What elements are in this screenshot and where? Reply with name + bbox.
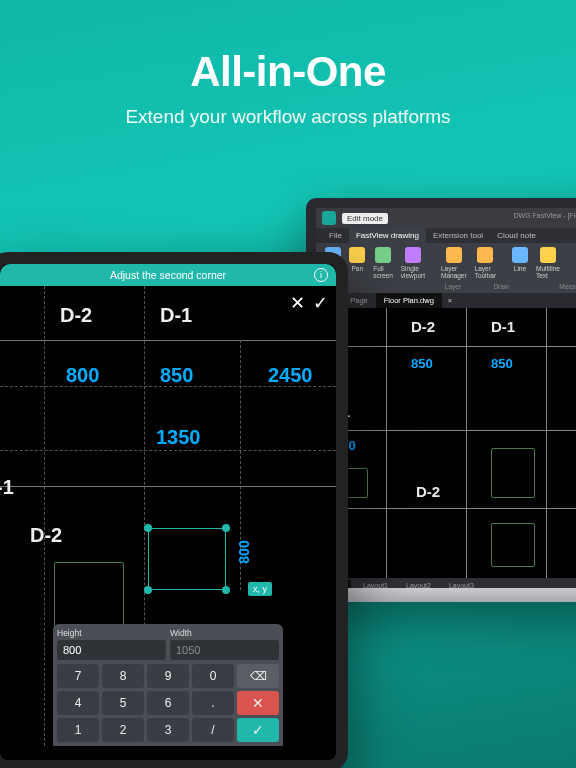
key-2[interactable]: 2 xyxy=(102,718,144,742)
ribbon-tab-extension[interactable]: Extension tool xyxy=(426,228,490,243)
key-9[interactable]: 9 xyxy=(147,664,189,688)
confirm-button[interactable]: ✓ xyxy=(313,292,328,314)
dimension-label: 850 xyxy=(160,364,193,387)
edit-mode-badge[interactable]: Edit mode xyxy=(342,213,388,224)
layer-manager-button[interactable]: Layer Manager xyxy=(438,247,470,279)
dimension-label: 800 xyxy=(236,540,252,563)
fullscreen-icon xyxy=(375,247,391,263)
key-confirm[interactable]: ✓ xyxy=(237,718,279,742)
room-label: D-2 xyxy=(60,304,92,327)
top-bar-text: Adjust the second corner xyxy=(110,269,226,281)
key-3[interactable]: 3 xyxy=(147,718,189,742)
room-label: D-2 xyxy=(411,318,435,335)
room-label: D-1 xyxy=(160,304,192,327)
room-label: D-2 xyxy=(416,483,440,500)
dimension-label: 850 xyxy=(491,356,513,371)
drag-handle[interactable] xyxy=(144,524,152,532)
key-cancel[interactable]: ✕ xyxy=(237,691,279,715)
key-1[interactable]: 1 xyxy=(57,718,99,742)
key-slash[interactable]: / xyxy=(192,718,234,742)
viewport-button[interactable]: Single viewport xyxy=(398,247,428,279)
layer-toolbar-button[interactable]: Layer Toolbar xyxy=(472,247,499,279)
dimension-label: 1350 xyxy=(156,426,201,449)
hero: All-in-One Extend your workflow across p… xyxy=(0,0,576,128)
text-icon xyxy=(540,247,556,263)
dimension-label: 2450 xyxy=(268,364,313,387)
tablet-top-bar: Adjust the second corner i xyxy=(0,264,336,286)
xy-badge[interactable]: x, y xyxy=(248,582,272,596)
app-logo-icon xyxy=(322,211,336,225)
width-value[interactable]: 1050 xyxy=(170,640,279,660)
ribbon-tab-file[interactable]: File xyxy=(322,228,349,243)
mtext-button[interactable]: Multiline Text xyxy=(533,247,563,279)
drag-handle[interactable] xyxy=(144,586,152,594)
hero-subtitle: Extend your workflow across platforms xyxy=(0,106,576,128)
tablet-cad-canvas[interactable]: D-2 D-1 -1 D-2 800 850 2450 1350 800 x, … xyxy=(0,286,336,746)
key-backspace[interactable]: ⌫ xyxy=(237,664,279,688)
furniture-outline xyxy=(54,562,124,632)
ribbon-tab-cloud[interactable]: Cloud note xyxy=(490,228,543,243)
hero-title: All-in-One xyxy=(0,48,576,96)
height-label: Height xyxy=(57,628,166,638)
layers-icon xyxy=(446,247,462,263)
key-8[interactable]: 8 xyxy=(102,664,144,688)
dimension-label: 800 xyxy=(66,364,99,387)
tablet-device: Adjust the second corner i ✕ ✓ D-2 D-1 -… xyxy=(0,252,348,768)
keypad-grid: 7 8 9 0 ⌫ 4 5 6 . ✕ 1 2 3 / ✓ xyxy=(57,664,279,742)
key-5[interactable]: 5 xyxy=(102,691,144,715)
key-6[interactable]: 6 xyxy=(147,691,189,715)
group-draw: Draw xyxy=(478,283,524,290)
selection-rect[interactable] xyxy=(148,528,226,590)
info-icon[interactable]: i xyxy=(314,268,328,282)
pan-icon xyxy=(349,247,365,263)
height-value[interactable]: 800 xyxy=(57,640,166,660)
ribbon-group-labels: Layer Draw Measure xyxy=(316,283,576,293)
height-field[interactable]: Height 800 xyxy=(57,628,166,660)
pan-button[interactable]: Pan xyxy=(346,247,368,279)
line-button[interactable]: Line xyxy=(509,247,531,279)
doc-tab-close-icon[interactable]: × xyxy=(442,293,458,308)
room-label: -1 xyxy=(0,476,14,499)
document-tabs: Startup Page Floor Plan.dwg × xyxy=(316,293,576,308)
width-label: Width xyxy=(170,628,279,638)
drag-handle[interactable] xyxy=(222,586,230,594)
laptop-cad-canvas[interactable]: D-2 D-1 D-1 D-2 850 850 850 xyxy=(316,308,576,578)
window-title: DWG FastView - [Floor Plan.dwg] xyxy=(513,212,576,219)
cancel-button[interactable]: ✕ xyxy=(290,292,305,314)
key-0[interactable]: 0 xyxy=(192,664,234,688)
furniture-outline xyxy=(491,523,535,567)
group-measure: Measure xyxy=(524,283,576,290)
room-label: D-2 xyxy=(30,524,62,547)
numeric-keypad: Height 800 Width 1050 7 8 9 0 ⌫ 4 5 6 . … xyxy=(53,624,283,746)
ribbon-tab-fastview[interactable]: FastView drawing xyxy=(349,228,426,243)
ribbon-toolbar: Scale Pan Full screen Single viewport La… xyxy=(316,243,576,283)
fullscreen-button[interactable]: Full screen xyxy=(370,247,396,279)
laptop-titlebar: Edit mode DWG FastView - [Floor Plan.dwg… xyxy=(316,208,576,228)
key-7[interactable]: 7 xyxy=(57,664,99,688)
furniture-outline xyxy=(491,448,535,498)
doc-tab-floorplan[interactable]: Floor Plan.dwg xyxy=(376,293,442,308)
key-4[interactable]: 4 xyxy=(57,691,99,715)
tablet-actions: ✕ ✓ xyxy=(290,292,328,314)
dimension-label: 850 xyxy=(411,356,433,371)
ribbon-tabs: File FastView drawing Extension tool Clo… xyxy=(316,228,576,243)
room-label: D-1 xyxy=(491,318,515,335)
key-dot[interactable]: . xyxy=(192,691,234,715)
line-icon xyxy=(512,247,528,263)
layer-toolbar-icon xyxy=(477,247,493,263)
group-layer: Layer xyxy=(428,283,478,290)
width-field[interactable]: Width 1050 xyxy=(170,628,279,660)
drag-handle[interactable] xyxy=(222,524,230,532)
viewport-icon xyxy=(405,247,421,263)
